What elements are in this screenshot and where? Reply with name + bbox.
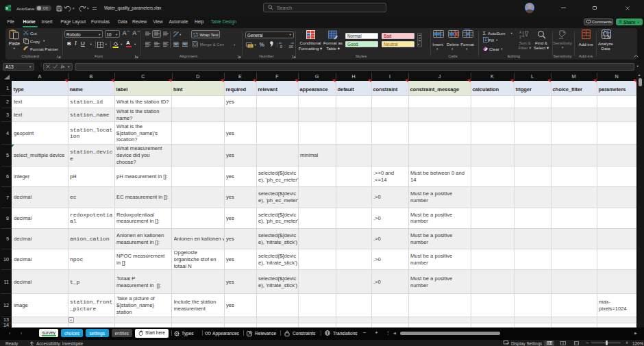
svg-text:X: X xyxy=(5,6,8,10)
svg-text:a: a xyxy=(193,32,195,35)
svg-text:A: A xyxy=(519,30,522,34)
svg-text:Z: Z xyxy=(519,35,521,39)
svg-text:b: b xyxy=(196,32,198,35)
svg-text:.0: .0 xyxy=(280,44,283,48)
svg-text:.00: .00 xyxy=(288,44,293,48)
